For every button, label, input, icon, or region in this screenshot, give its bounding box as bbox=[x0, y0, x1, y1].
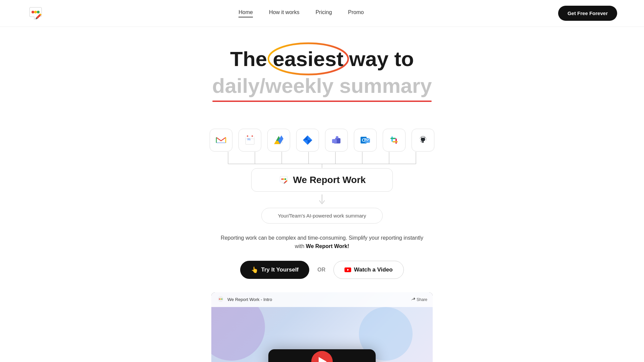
google-drive-icon bbox=[267, 129, 290, 152]
nav-pricing[interactable]: Pricing bbox=[316, 9, 332, 17]
svg-point-11 bbox=[247, 135, 248, 137]
description: Reporting work can be complex and time-c… bbox=[218, 234, 426, 251]
nav-promo[interactable]: Promo bbox=[348, 9, 364, 17]
google-calendar-icon: 31 bbox=[238, 129, 261, 152]
slack-icon bbox=[383, 129, 406, 152]
hero-title-suffix: way to bbox=[343, 47, 414, 70]
wrw-box: We Report Work bbox=[251, 168, 393, 192]
watch-video-button[interactable]: Watch a Video bbox=[333, 261, 404, 279]
svg-rect-25 bbox=[388, 134, 400, 146]
connector-lines bbox=[215, 152, 429, 168]
svg-point-3 bbox=[37, 11, 40, 13]
svg-point-44 bbox=[284, 178, 286, 180]
hero-subtitle-wrapper: daily/weekly summary bbox=[7, 73, 637, 102]
nav-how-it-works[interactable]: How it works bbox=[269, 9, 300, 17]
hand-icon: 👆 bbox=[251, 266, 258, 274]
or-label: OR bbox=[317, 267, 325, 273]
svg-point-24 bbox=[363, 139, 365, 141]
hero-section: The easiest way to daily/weekly summary bbox=[0, 27, 644, 115]
get-free-forever-button[interactable]: Get Free Forever bbox=[558, 6, 617, 21]
svg-text:31: 31 bbox=[247, 137, 251, 141]
description-bold: We Report Work! bbox=[306, 243, 349, 249]
nav-home[interactable]: Home bbox=[238, 9, 253, 17]
video-topbar: We Report Work - Intro Share bbox=[211, 292, 433, 307]
wrw-logo bbox=[278, 175, 289, 185]
hero-highlight: easiest bbox=[273, 47, 343, 71]
svg-rect-29 bbox=[392, 141, 398, 142]
share-icon bbox=[411, 297, 415, 302]
svg-point-48 bbox=[219, 298, 220, 299]
navigation: Home How it works Pricing Promo Get Free… bbox=[0, 0, 644, 27]
hero-subtitle: daily/weekly summary bbox=[212, 73, 432, 102]
app-icons-row: 31 bbox=[210, 129, 434, 152]
integrations-section: 31 bbox=[0, 129, 644, 224]
svg-point-17 bbox=[336, 136, 338, 139]
video-player[interactable]: We Report Work - Intro Share bbox=[211, 292, 433, 362]
teams-icon bbox=[325, 129, 348, 152]
cta-row: 👆 Try It Yourself OR Watch a Video bbox=[0, 261, 644, 279]
subtitle-underline bbox=[212, 101, 432, 102]
down-arrow bbox=[318, 194, 326, 205]
wrw-label: We Report Work bbox=[293, 175, 366, 185]
video-logo bbox=[217, 296, 225, 304]
svg-point-12 bbox=[252, 135, 253, 137]
svg-point-42 bbox=[281, 178, 283, 180]
hero-title: The easiest way to bbox=[7, 47, 637, 71]
svg-point-1 bbox=[32, 11, 34, 13]
svg-point-2 bbox=[34, 11, 37, 13]
video-section: We Report Work - Intro Share bbox=[201, 292, 443, 362]
hero-title-prefix: The bbox=[230, 47, 273, 70]
svg-point-19 bbox=[333, 137, 335, 139]
svg-rect-28 bbox=[390, 138, 396, 139]
svg-point-50 bbox=[221, 298, 222, 299]
logo[interactable] bbox=[27, 5, 44, 22]
svg-point-49 bbox=[220, 298, 221, 299]
svg-point-43 bbox=[283, 178, 284, 180]
output-box: Your/Team's AI-powered work summary bbox=[261, 208, 382, 224]
svg-rect-18 bbox=[332, 139, 337, 143]
video-title: We Report Work - Intro bbox=[227, 297, 272, 302]
try-it-yourself-button[interactable]: 👆 Try It Yourself bbox=[240, 261, 309, 279]
youtube-icon bbox=[344, 267, 351, 272]
nav-links: Home How it works Pricing Promo bbox=[238, 9, 364, 17]
github-icon bbox=[412, 129, 434, 152]
jira-icon bbox=[296, 129, 319, 152]
outlook-icon bbox=[354, 129, 377, 152]
video-share[interactable]: Share bbox=[411, 297, 427, 302]
gmail-icon bbox=[210, 129, 232, 152]
